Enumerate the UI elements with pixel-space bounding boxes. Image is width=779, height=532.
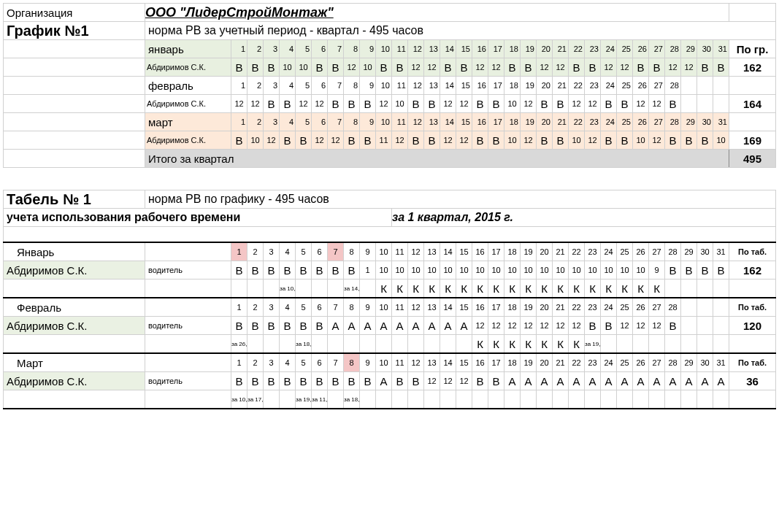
tabel-corr-cell: за 11,13 <box>312 390 328 409</box>
tabel-cell: 1 <box>360 261 376 280</box>
tabel-day-number: 31 <box>713 242 729 261</box>
day-number: 10 <box>376 40 392 58</box>
tabel-employee-name: Абдиримов С.К. <box>4 372 145 390</box>
tabel-corr-cell <box>665 335 681 354</box>
schedule-cell: В <box>553 95 569 113</box>
day-number: 26 <box>633 77 649 95</box>
tabel-month-header: Март <box>4 353 145 372</box>
employee-name: Абдиримов С.К. <box>145 58 231 77</box>
tabel-corr-cell <box>408 390 424 409</box>
tabel-cell: В <box>665 317 681 335</box>
schedule-cell: 12 <box>264 131 280 150</box>
tabel-cell: 12 <box>472 317 488 335</box>
schedule-cell: 10 <box>247 131 264 150</box>
schedule-cell: В <box>280 95 296 113</box>
day-number: 27 <box>649 77 665 95</box>
tabel-day-number: 23 <box>585 298 601 317</box>
day-number: 21 <box>553 40 569 58</box>
tabel-cell: А <box>424 317 440 335</box>
schedule-cell: В <box>344 95 360 113</box>
tabel-cell: В <box>344 261 360 280</box>
tabel-corr-cell: К <box>553 335 569 354</box>
tabel-cell: В <box>280 261 296 280</box>
day-number: 4 <box>280 77 296 95</box>
day-number: 6 <box>312 77 328 95</box>
schedule-cell: 12 <box>537 58 553 77</box>
schedule-total: 495 <box>729 150 776 168</box>
day-number: 9 <box>360 113 376 131</box>
schedule-cell: 10 <box>504 95 521 113</box>
day-number: 23 <box>585 77 601 95</box>
tabel-cell: В <box>247 317 264 335</box>
tabel-day-number: 29 <box>681 242 697 261</box>
tabel-corr-cell <box>665 390 681 409</box>
tabel-day-number: 19 <box>521 353 537 372</box>
schedule-cell: 12 <box>344 58 360 77</box>
col-total-header <box>729 77 776 95</box>
tabel-cell: В <box>231 261 247 280</box>
tabel-corr-cell <box>264 390 280 409</box>
tabel-day-number: 8 <box>344 242 360 261</box>
schedule-cell: 12 <box>633 95 649 113</box>
tabel-corr-cell <box>280 390 296 409</box>
tabel-day-number: 12 <box>408 242 424 261</box>
tabel-cell: А <box>392 317 408 335</box>
tabel-corr-cell: К <box>537 335 553 354</box>
schedule-cell: В <box>665 131 681 150</box>
tabel-day-number: 22 <box>569 353 585 372</box>
tabel-day-number: 23 <box>585 353 601 372</box>
tabel-corr-cell <box>681 335 697 354</box>
schedule-cell: 12 <box>488 58 504 77</box>
schedule-cell: В <box>697 131 713 150</box>
schedule-cell: В <box>408 95 424 113</box>
tabel-cell: 12 <box>424 372 440 390</box>
day-number: 16 <box>472 77 488 95</box>
day-number: 22 <box>569 113 585 131</box>
tabel-cell: В <box>585 317 601 335</box>
tabel-day-number: 28 <box>665 242 681 261</box>
tabel-day-number: 27 <box>649 298 665 317</box>
tabel-day-number: 22 <box>569 242 585 261</box>
tabel-corr-cell <box>713 390 729 409</box>
tabel-day-number: 12 <box>408 353 424 372</box>
tabel-corr-cell <box>553 390 569 409</box>
day-number: 1 <box>231 113 247 131</box>
tabel-corr-cell: К <box>456 280 472 298</box>
tabel-day-number: 15 <box>456 242 472 261</box>
tabel-corr-cell <box>472 390 488 409</box>
tabel-day-number: 14 <box>440 353 456 372</box>
tabel-corr-cell <box>617 390 633 409</box>
tabel-cell: 12 <box>569 317 585 335</box>
tabel-cell: А <box>376 317 392 335</box>
schedule-cell: 12 <box>408 58 424 77</box>
tabel-cell: 10 <box>376 261 392 280</box>
tabel-cell: 10 <box>569 261 585 280</box>
tabel-day-number: 8 <box>344 353 360 372</box>
day-number: 12 <box>408 77 424 95</box>
tabel-corr-cell <box>360 335 376 354</box>
tabel-corr-cell <box>569 390 585 409</box>
day-number: 2 <box>247 113 264 131</box>
tabel-day-number: 20 <box>537 298 553 317</box>
tabel-corr-cell <box>312 280 328 298</box>
tabel-corr-cell <box>392 335 408 354</box>
tabel-cell: В <box>360 372 376 390</box>
schedule-cell: В <box>649 58 665 77</box>
schedule-cell: В <box>360 95 376 113</box>
tabel-day-number: 23 <box>585 242 601 261</box>
tabel-cell: В <box>328 261 344 280</box>
tabel-cell: А <box>360 317 376 335</box>
tabel-cell: В <box>488 372 504 390</box>
schedule-cell: В <box>264 58 280 77</box>
tabel-corr-cell: за 17,13 <box>247 390 264 409</box>
tabel-corr-cell <box>408 335 424 354</box>
tabel-day-number: 1 <box>231 242 247 261</box>
tabel-month-total: 36 <box>729 372 776 390</box>
day-number: 25 <box>617 113 633 131</box>
tabel-corr-cell <box>247 280 264 298</box>
schedule-cell: В <box>280 131 296 150</box>
tabel-day-number: 31 <box>713 353 729 372</box>
day-number: 6 <box>312 40 328 58</box>
tabel-cell: 10 <box>537 261 553 280</box>
day-number: 26 <box>633 40 649 58</box>
